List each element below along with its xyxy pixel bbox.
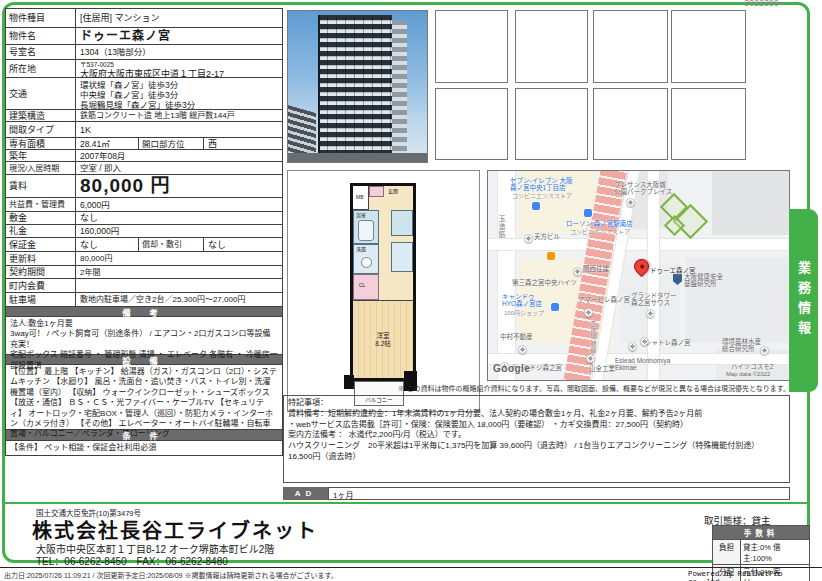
- section-header-remarks: 備 考: [6, 306, 282, 316]
- value-property-type: [住居用] マンション: [76, 9, 282, 27]
- label-layout-type: 間取タイプ: [6, 122, 76, 137]
- value-renewal-fee: 80,000円: [76, 252, 282, 265]
- toilet-area: [391, 210, 413, 236]
- table-row: 契約期間 2年間: [6, 265, 282, 278]
- agency-name: 株式会社長谷工ライブネット: [32, 515, 318, 544]
- table-row: 所在地 〒537-0025 大阪府大阪市東成区中道１丁目2-17: [6, 59, 282, 77]
- value-year-built: 2007年08月: [76, 150, 282, 161]
- label-access: 交通: [6, 78, 76, 109]
- table-row: 敷金 なし: [6, 211, 282, 224]
- map-label: 天方ビル: [534, 233, 560, 240]
- floor-plan-outline: MB 玄関 浴室 洗面 CL 洋室 8.2帖: [350, 183, 416, 381]
- value-address: 〒537-0025 大阪府大阪市東成区中道１丁目2-17: [76, 60, 282, 77]
- footer-divider: [0, 567, 822, 568]
- photo-slot-empty: [671, 88, 746, 160]
- map-copyright: Map data ©2022: [726, 371, 770, 377]
- laundry-area: [391, 242, 413, 272]
- table-row: 物件種目 [住居用] マンション: [6, 9, 282, 27]
- section-divider: [4, 502, 808, 504]
- closet-area: [353, 274, 379, 300]
- label-parking: 駐車場: [6, 293, 76, 306]
- value-layout-type: 1K: [76, 122, 282, 137]
- label-contract-term: 契約期間: [6, 266, 76, 278]
- commission-burden-label: 負担: [713, 540, 741, 564]
- photo-slot-empty: [593, 88, 668, 160]
- value-guarantee: なし: [76, 238, 139, 251]
- table-row: 号室名 1304（13階部分）: [6, 44, 282, 59]
- map-road: [488, 239, 790, 250]
- label-key-money: 礼金: [6, 225, 76, 237]
- location-map[interactable]: セブン-イレブン 大阪 森ノ宮中央1丁目店 コンビニエンスストア プレサンス大阪…: [487, 170, 790, 381]
- label-deposit: 敷金: [6, 212, 76, 224]
- map-label: コンビニエンスストア: [570, 229, 630, 236]
- label-association-fee: 町内会費: [6, 279, 76, 292]
- label-property-type: 物件種目: [6, 9, 76, 27]
- map-label: Eslead Morinomiya Ekimae: [615, 357, 670, 372]
- floor-plan: MB 玄関 浴室 洗面 CL 洋室 8.2帖 バルコニー: [287, 170, 480, 412]
- map-label: 中村不動産: [500, 333, 533, 340]
- main-room-area: 洋室 8.2帖: [353, 300, 413, 378]
- map-label: プレサンス大阪城 公園パークプレイス: [614, 181, 672, 196]
- map-pin: [518, 345, 527, 354]
- marker-dot: [639, 264, 645, 270]
- photo-slot-empty: [671, 10, 746, 83]
- map-building-block: [686, 257, 790, 343]
- table-row: 築年 2007年08月: [6, 149, 282, 161]
- conditions-text: 【条件】 ペット相談・保証会社利用必須: [6, 440, 282, 455]
- table-row: 駐車場 敷地内駐車場／空き2台／25,300円～27,000円: [6, 292, 282, 306]
- special-notes: 特記事項： 賃料備考：短期解約違約金：1年未満賃料の1ヶ月分要、法人契約の場合敷…: [283, 395, 790, 483]
- railway-label: 大阪環状線: [589, 319, 596, 354]
- output-date-text: 出力日:2025/07/26 11:09:21 / 次回更新予定日:2025/0…: [4, 570, 338, 580]
- value-rent: 80,000 円: [76, 175, 282, 197]
- map-label: ローソン 森ノ宮駅南店: [566, 220, 633, 227]
- map-pin: [626, 198, 635, 207]
- value-deposit: なし: [76, 212, 282, 224]
- map-label: 第三森之宮中央ハイツ: [512, 279, 577, 286]
- photo-slot-empty: [435, 88, 508, 160]
- map-label: 100円ショップ: [504, 310, 544, 317]
- value-facing: 西: [204, 138, 282, 149]
- table-row: 専有面積 28.41㎡ 開口部方位 西: [6, 137, 282, 149]
- tab-business-info[interactable]: 業務情報: [789, 209, 818, 392]
- value-management-fee: 6,000円: [76, 198, 282, 211]
- map-building-block: [712, 171, 790, 235]
- powered-by-text: Powered by RealNetPro co.,ltd.: [688, 570, 822, 581]
- building-window-grid: [318, 15, 392, 156]
- table-row: 現況/入居時期 空室 / 即入: [6, 161, 282, 174]
- map-road-label: 玉造筋: [497, 215, 505, 239]
- building-side-face: [392, 20, 407, 156]
- table-row: 共益費・管理費 6,000円: [6, 197, 282, 211]
- document-id: 3022399: [744, 0, 779, 8]
- property-table: 物件種目 [住居用] マンション 物件名 ドゥーエ森ノ宮 号室名 1304（13…: [5, 8, 283, 456]
- map-label: ハイツコスモ2: [731, 363, 774, 370]
- label-address: 所在地: [6, 60, 76, 77]
- postal-code: 〒537-0025: [80, 61, 278, 69]
- table-row: 更新料 80,000円: [6, 251, 282, 265]
- washroom-label: 洗面: [356, 247, 366, 253]
- map-pin: [524, 234, 533, 243]
- photo-slot-empty: [593, 10, 668, 83]
- table-row: 建築構造 鉄筋コンクリート造 地上13階 総戸数144戸: [6, 109, 282, 121]
- map-label: 環境農林水産 総合研究所: [722, 338, 761, 353]
- label-guarantee: 保証金: [6, 238, 76, 251]
- map-label: アマービレ森ノ宮: [578, 296, 630, 303]
- convenience-store-icon: [531, 201, 541, 211]
- commission-header: 手数料: [713, 526, 809, 539]
- map-road: [498, 171, 515, 381]
- building-photo: [287, 10, 428, 163]
- label-facing: 開口部方位: [139, 138, 204, 149]
- remarks-text: 法人:敷金1ヶ月要 3way可！ / ペット飼育可（別途条件） / エアコン・2…: [6, 316, 282, 354]
- restaurant-icon: [546, 251, 556, 261]
- value-room-number: 1304（13階部分）: [76, 45, 282, 59]
- photo-slot-empty: [435, 10, 508, 83]
- map-label: セブン-イレブン 大阪 森ノ宮中央1丁目店: [510, 177, 572, 192]
- map-pin: [586, 354, 595, 363]
- ad-fee-label: AD: [283, 487, 328, 500]
- label-room-number: 号室名: [6, 45, 76, 59]
- map-pin: [584, 308, 593, 317]
- commission-burden-value: 貸主:0% 借主:100%: [741, 540, 809, 564]
- adjacent-building-graphic: [288, 105, 316, 159]
- main-room-label: 洋室 8.2帖: [375, 332, 391, 346]
- map-label: コンビニエンスストア: [512, 193, 572, 200]
- agency-tel-fax: TEL：06-6262-8450 FAX：06-6262-8480: [36, 553, 228, 568]
